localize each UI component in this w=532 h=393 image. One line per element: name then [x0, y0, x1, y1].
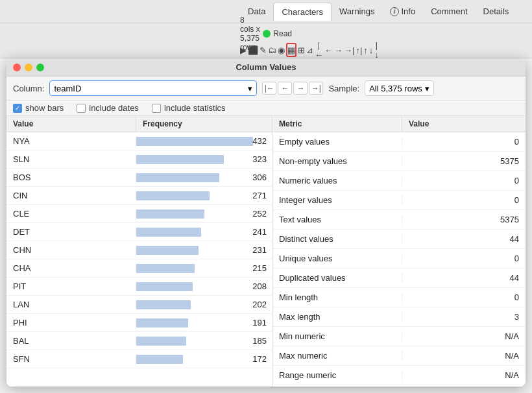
prev-nav-button[interactable]: ←: [324, 43, 333, 57]
value-frequency-table: Value Frequency NYA 432 SLN 323 BOS 306 …: [6, 116, 272, 387]
tab-warnings[interactable]: Warnings: [332, 3, 382, 20]
tab-comment[interactable]: Comment: [423, 3, 475, 20]
col-next-end-button[interactable]: →|: [309, 82, 323, 95]
statistics-table: Metric Value Empty values 0 Non-empty va…: [272, 116, 526, 387]
down-nav-button[interactable]: ↓: [369, 43, 374, 57]
column-dropdown[interactable]: teamID ▾: [49, 80, 257, 96]
value-cell: CIN: [6, 191, 136, 200]
value-rows-container: NYA 432 SLN 323 BOS 306 CIN 271: [6, 132, 272, 368]
table-row[interactable]: CHA 215: [6, 259, 272, 278]
maximize-button[interactable]: [36, 64, 44, 71]
row-view-button[interactable]: ⊞: [298, 43, 305, 57]
frequency-number: 185: [252, 336, 267, 346]
folder-button[interactable]: 🗂: [268, 43, 276, 57]
stat-row: Max length 3: [272, 307, 526, 327]
frequency-number: 271: [252, 191, 267, 200]
table-row[interactable]: CHN 231: [6, 241, 272, 259]
table-row[interactable]: SFN 172: [6, 350, 272, 368]
options-row: ✓ show bars include dates include statis…: [6, 101, 526, 116]
frequency-bar: [136, 337, 186, 346]
frequency-number: 306: [252, 173, 267, 182]
record-button[interactable]: ⬛: [248, 43, 258, 57]
frequency-number: 172: [252, 354, 267, 364]
play-button[interactable]: ▶: [240, 43, 247, 57]
filter-button[interactable]: ⊿: [306, 43, 313, 57]
table-row[interactable]: CLE 252: [6, 205, 272, 223]
value-cell: DET: [6, 227, 136, 237]
show-bars-checkbox[interactable]: ✓ show bars: [13, 103, 64, 113]
table-row[interactable]: PIT 208: [6, 278, 272, 296]
stat-metric-cell: Text values: [272, 215, 402, 224]
table-row[interactable]: NYA 432: [6, 132, 272, 150]
tab-characters[interactable]: Characters: [273, 3, 332, 21]
frequency-bar: [136, 173, 219, 182]
eye-button[interactable]: ◉: [278, 43, 285, 57]
sample-label: Sample:: [328, 84, 359, 93]
tab-details[interactable]: Details: [476, 3, 517, 20]
table-row[interactable]: BAL 185: [6, 332, 272, 350]
minimize-button[interactable]: [25, 64, 32, 71]
value-cell: BOS: [6, 173, 136, 182]
checkbox-empty-icon: [77, 104, 86, 113]
sample-dropdown[interactable]: All 5,375 rows ▾: [365, 80, 434, 96]
frequency-bar: [136, 246, 199, 255]
include-statistics-checkbox[interactable]: include statistics: [152, 103, 226, 113]
table-row[interactable]: CIN 271: [6, 187, 272, 205]
stat-row: Distinct values 44: [272, 230, 526, 249]
bottom-nav-button[interactable]: |↓: [374, 43, 379, 57]
column-label: Column:: [13, 84, 44, 93]
frequency-number: 252: [252, 209, 267, 219]
include-dates-checkbox[interactable]: include dates: [77, 103, 139, 113]
first-nav-button[interactable]: |←: [315, 43, 323, 57]
stats-rows-container: Empty values 0 Non-empty values 5375 Num…: [272, 132, 526, 385]
stat-metric-cell: Max length: [272, 312, 402, 322]
stat-metric-cell: Min length: [272, 292, 402, 302]
col-prev-button[interactable]: ←: [278, 82, 292, 95]
frequency-number: 231: [252, 245, 267, 255]
stat-value-cell: 44: [402, 234, 526, 244]
table-row[interactable]: BOS 306: [6, 169, 272, 187]
stat-metric-cell: Non-empty values: [272, 156, 402, 166]
stat-row: Text values 5375: [272, 210, 526, 230]
column-nav-buttons: |← ← → →|: [262, 82, 323, 95]
column-selector-row: Column: teamID ▾ |← ← → →| Sample: All 5…: [6, 77, 526, 101]
table-row[interactable]: SLN 323: [6, 150, 272, 169]
stat-value-cell: N/A: [402, 351, 526, 361]
col-next-button[interactable]: →: [293, 82, 308, 95]
stat-metric-cell: Range numeric: [272, 370, 402, 380]
value-stat-column-header: Value: [402, 116, 526, 132]
pencil-button[interactable]: ✎: [260, 43, 267, 57]
stat-row: Max numeric N/A: [272, 346, 526, 366]
checkbox-checked-icon: ✓: [13, 104, 22, 113]
close-button[interactable]: [13, 64, 21, 71]
top-nav-button[interactable]: ↑|: [356, 43, 362, 57]
column-values-window: Column Values Column: teamID ▾ |← ← → →|…: [6, 58, 526, 387]
value-cell: SFN: [6, 354, 136, 364]
stat-row: Duplicated values 44: [272, 268, 526, 288]
stat-metric-cell: Unique values: [272, 254, 402, 263]
table-row[interactable]: LAN 202: [6, 296, 272, 314]
col-first-button[interactable]: |←: [262, 82, 276, 95]
frequency-bar: [136, 137, 253, 146]
frequency-bar: [136, 264, 195, 273]
column-view-button[interactable]: ▦: [286, 43, 296, 57]
stat-metric-cell: Distinct values: [272, 234, 402, 244]
up-nav-button[interactable]: ↑: [363, 43, 368, 57]
next-end-nav-button[interactable]: →|: [344, 43, 354, 57]
next-nav-button[interactable]: →: [334, 43, 343, 57]
stat-value-cell: 44: [402, 273, 526, 283]
value-cell: SLN: [6, 154, 136, 164]
stat-metric-cell: Empty values: [272, 137, 402, 147]
table-row[interactable]: PHI 191: [6, 314, 272, 332]
stat-metric-cell: Max numeric: [272, 351, 402, 361]
stat-value-cell: N/A: [402, 331, 526, 341]
stat-value-cell: 0: [402, 254, 526, 263]
frequency-bar: [136, 355, 183, 364]
frequency-number: 208: [252, 281, 267, 291]
stat-value-cell: 5375: [402, 156, 526, 166]
value-cell: LAN: [6, 300, 136, 309]
table-row[interactable]: DET 241: [6, 223, 272, 241]
tab-info[interactable]: i Info: [382, 3, 423, 20]
stat-row: Min numeric N/A: [272, 327, 526, 346]
stat-row: Integer values 0: [272, 191, 526, 210]
